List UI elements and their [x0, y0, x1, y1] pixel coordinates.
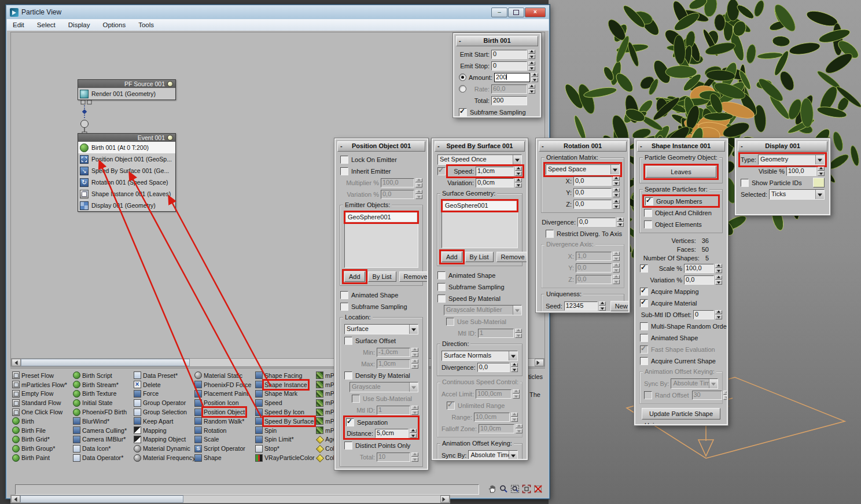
direction-combo[interactable]: Surface Normals [441, 351, 518, 361]
depot-item-position-object[interactable]: Position Object [193, 407, 253, 417]
chevron-down-icon[interactable] [513, 155, 521, 164]
depot-item-random-walk-[interactable]: Random Walk* [193, 417, 253, 426]
enable-lamp-icon[interactable] [167, 81, 173, 87]
variation-field[interactable]: 0,0 [684, 275, 714, 285]
variation-spinner[interactable] [515, 178, 522, 187]
add-button[interactable]: Add [441, 252, 462, 262]
depot-item-material-static[interactable]: Material Static [193, 371, 253, 380]
surface-offset-checkbox[interactable] [344, 337, 352, 345]
cancel-tool-icon[interactable] [533, 483, 543, 494]
scale-checkbox[interactable] [640, 264, 648, 273]
depot-item-script-operator[interactable]: Script Operator [193, 444, 253, 453]
rotation-rollout-header[interactable]: -Rotation 001 [539, 141, 627, 152]
depot-item-one-click-flow[interactable]: One Click Flow [10, 407, 71, 417]
chevron-down-icon[interactable] [815, 155, 824, 164]
depot-item-material-dynamic[interactable]: Material Dynamic [132, 444, 193, 453]
id-color-swatch[interactable] [813, 178, 825, 187]
scale-field[interactable]: 100,0 [684, 264, 714, 273]
surface-object-item[interactable]: GeoSphere001 [443, 201, 516, 210]
depot-item-birth-grid-[interactable]: Birth Grid* [10, 435, 71, 444]
restrict-divergence-checkbox[interactable] [546, 230, 554, 238]
speed-rollout-header[interactable]: -Speed By Surface 001 [435, 141, 525, 152]
object-children-checkbox[interactable] [644, 209, 652, 217]
depot-item-birth-group-[interactable]: Birth Group* [10, 444, 71, 453]
event-node[interactable]: Event 001 Birth 001 (At 0 T:200)Position… [78, 133, 176, 212]
speed-mode-combo[interactable]: Set Speed Once [437, 154, 522, 165]
pan-tool-icon[interactable] [487, 483, 496, 494]
depot-item-phoenixfd-force[interactable]: PhoenixFD Force [193, 380, 253, 389]
depot-item-standard-flow[interactable]: Standard Flow [10, 398, 71, 407]
orientation-matrix-combo[interactable]: Speed Space [546, 164, 620, 175]
multi-shape-random-checkbox[interactable] [640, 322, 648, 330]
speed-field[interactable]: 1,0cm [476, 167, 514, 176]
animated-shape-checkbox[interactable] [437, 271, 446, 279]
new-seed-button[interactable]: New [610, 301, 630, 311]
depot-item-force[interactable]: Force [132, 389, 193, 399]
depot-item-scale[interactable]: Scale [193, 435, 253, 444]
chevron-down-icon[interactable] [815, 190, 824, 199]
add-button[interactable]: Add [344, 271, 365, 282]
chevron-down-icon[interactable] [409, 325, 418, 334]
distance-spinner[interactable] [410, 429, 417, 438]
divergence-spinner[interactable] [511, 363, 518, 372]
depot-item-shape-mark[interactable]: Shape Mark [253, 389, 314, 399]
remove-button[interactable]: Remove [496, 252, 528, 262]
variation-spinner[interactable] [715, 275, 722, 285]
subframe-sampling-checkbox[interactable] [459, 108, 467, 116]
lock-on-emitter-checkbox[interactable] [340, 156, 348, 164]
emit-stop-spinner[interactable] [528, 61, 535, 71]
depot-item-spin[interactable]: Spin [253, 426, 314, 435]
distinct-points-checkbox[interactable] [344, 442, 352, 450]
scroll-right-arrow[interactable] [535, 359, 544, 366]
depot-item-keep-apart[interactable]: Keep Apart [132, 417, 193, 426]
surface-geometry-list[interactable]: GeoSphere001 [441, 200, 518, 248]
node-row[interactable]: Position Object 001 (GeoSp... [78, 153, 175, 165]
depot-item-delete[interactable]: Delete [132, 380, 193, 389]
depot-item-shape-facing[interactable]: Shape Facing [253, 371, 314, 380]
divergence-field[interactable]: 0,0 [577, 218, 616, 227]
node-row[interactable]: Shape Instance 001 (Leaves) [78, 188, 175, 200]
depot-item-camera-culling-[interactable]: Camera Culling* [71, 426, 132, 435]
depot-item-birth-paint[interactable]: Birth Paint [10, 453, 71, 462]
node-row[interactable]: Render 001 (Geometry) [78, 88, 175, 100]
speed-checkbox[interactable] [437, 167, 446, 175]
node-row[interactable]: Speed By Surface 001 (Ge... [78, 165, 175, 176]
maximize-button[interactable] [508, 8, 524, 17]
show-particle-ids-checkbox[interactable] [741, 179, 749, 187]
scale-spinner[interactable] [715, 264, 722, 273]
menu-tools[interactable]: Tools [138, 21, 154, 28]
depot-item-group-operator[interactable]: Group Operator [132, 398, 193, 407]
emitter-object-item[interactable]: GeoSphere001 [346, 213, 417, 222]
seed-spinner[interactable] [599, 301, 606, 311]
depot-item-preset-flow[interactable]: Preset Flow [10, 371, 71, 380]
depot-item-mapping[interactable]: Mapping [132, 426, 193, 435]
acquire-mapping-checkbox[interactable] [640, 288, 648, 296]
depot-item-vrayparticlecolor[interactable]: VRayParticleColor [253, 453, 314, 462]
depot-item-birth[interactable]: Birth [10, 417, 71, 426]
window-titlebar[interactable]: Particle View – × [6, 5, 549, 19]
x-spinner[interactable] [613, 176, 620, 186]
position-rollout-header[interactable]: -Position Object 001 [337, 141, 425, 152]
menu-display[interactable]: Display [68, 21, 90, 28]
depot-item-empty-flow[interactable]: Empty Flow [10, 389, 71, 399]
event-node-header[interactable]: Event 001 [78, 134, 175, 142]
depot-item-spin-limit-[interactable]: Spin Limit* [253, 435, 314, 444]
depot-item-birth-texture[interactable]: Birth Texture [71, 389, 132, 399]
depot-item-group-selection[interactable]: Group Selection [132, 407, 193, 417]
total-field[interactable]: 200 [491, 96, 527, 105]
amount-radio[interactable] [459, 73, 466, 81]
separation-checkbox[interactable] [346, 418, 354, 426]
depot-item-data-icon-[interactable]: Data Icon* [71, 444, 132, 453]
depot-item-camera-imblur-[interactable]: Camera IMBlur* [71, 435, 132, 444]
close-button[interactable]: × [525, 8, 546, 17]
by-list-button[interactable]: By List [465, 252, 494, 262]
update-particle-shape-button[interactable]: Update Particle Shape [642, 408, 720, 420]
pf-source-node-header[interactable]: PF Source 001 [78, 80, 175, 88]
emitter-objects-list[interactable]: GeoSphere001 [344, 211, 418, 268]
depot-item-phoenixfd-birth[interactable]: PhoenixFD Birth [71, 407, 132, 417]
remove-button[interactable]: Remove [399, 271, 428, 282]
depot-item-stop-[interactable]: Stop* [253, 444, 314, 453]
zoom-tool-icon[interactable] [498, 483, 508, 494]
depot-item-birth-stream-[interactable]: Birth Stream* [71, 380, 132, 389]
chevron-down-icon[interactable] [509, 351, 517, 360]
